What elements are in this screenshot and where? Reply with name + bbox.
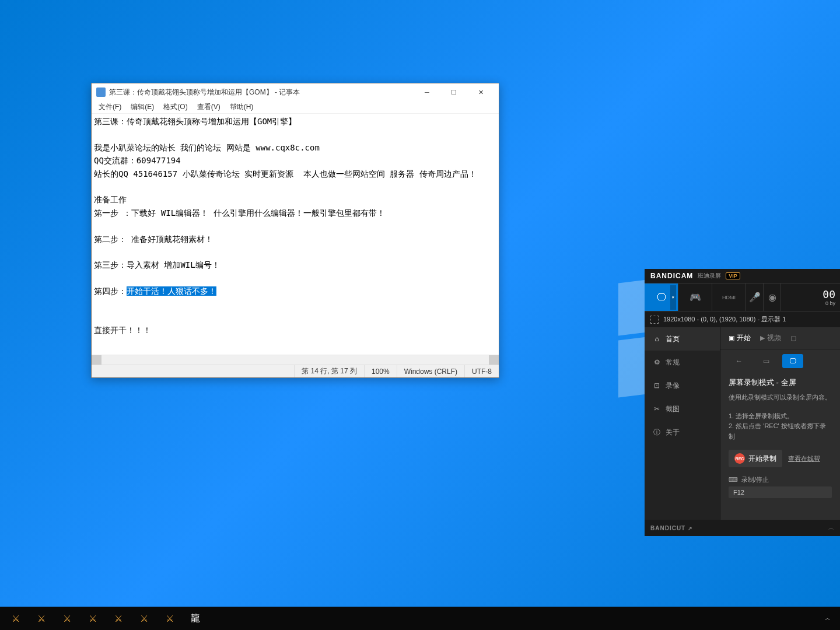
scroll-left-icon[interactable] [92, 355, 102, 365]
taskbar-item[interactable]: ⚔ [29, 609, 54, 628]
rect-mode-button[interactable]: ▭ [755, 354, 776, 368]
status-eol: Windows (CRLF) [397, 365, 464, 377]
section-description: 使用此录制模式可以录制全屏内容。 [729, 393, 832, 403]
status-zoom: 100% [364, 365, 397, 377]
step-2: 2. 然后点击 'REC' 按钮或者摁下录制 [729, 421, 832, 442]
mode-screen[interactable]: 🖵 ▾ [645, 284, 678, 311]
notepad-statusbar: 第 14 行, 第 17 列 100% Windows (CRLF) UTF-8 [92, 365, 499, 377]
sidebar-item-about[interactable]: ⓘ 关于 [645, 421, 720, 444]
horiz-scrollbar[interactable] [92, 355, 499, 365]
scissors-icon: ✂ [653, 405, 661, 413]
rec-icon: REC [734, 453, 745, 464]
taskbar: ⚔ ⚔ ⚔ ⚔ ⚔ ⚔ ⚔ 龍 ︿ [0, 607, 840, 630]
taskbar-item[interactable]: ⚔ [106, 609, 131, 628]
notepad-titlebar[interactable]: 第三课：传奇顶戴花翎头顶称号增加和运用【GOM】 - 记事本 ─ ☐ ✕ [92, 83, 499, 101]
hotkey-input[interactable]: F12 [729, 487, 832, 498]
back-button[interactable]: ← [729, 354, 750, 368]
counter-bytes: 0 by [825, 300, 835, 306]
sidebar-item-label: 首页 [666, 334, 680, 344]
status-position: 第 14 行, 第 17 列 [294, 365, 364, 377]
clapper-icon: ▣ [729, 334, 734, 342]
mode-toolbar-row: ← ▭ 🖵 [720, 349, 840, 373]
play-icon: ▶ [760, 334, 765, 342]
bandicam-content: ▣ 开始 ▶ 视频 ▢ ← ▭ 🖵 屏幕录制模式 - 全屏 使用此录制模式可以录… [720, 327, 840, 520]
chevron-up-icon[interactable]: ︿ [828, 524, 834, 532]
hdmi-icon: HDMI [722, 295, 736, 300]
mode-toolbar: 🖵 ▾ 🎮 HDMI 🎤 ◉ 00 0 by [645, 283, 840, 311]
sidebar-item-label: 录像 [666, 381, 680, 391]
capture-info-bar: 1920x1080 - (0, 0), (1920, 1080) - 显示器 1 [645, 311, 840, 327]
image-icon: ▢ [790, 334, 796, 342]
taskbar-item[interactable]: ⚔ [158, 609, 182, 628]
mode-mic[interactable]: 🎤 [746, 284, 764, 311]
hotkey-label: ⌨ 录制/停止 [729, 475, 832, 484]
webcam-icon: ◉ [768, 292, 776, 303]
taskbar-item[interactable]: ⚔ [132, 609, 156, 628]
sidebar-item-label: 关于 [666, 428, 680, 438]
rec-label: 开始录制 [748, 454, 776, 464]
capture-info: 1920x1080 - (0, 0), (1920, 1080) - 显示器 1 [663, 315, 786, 324]
notepad-title: 第三课：传奇顶戴花翎头顶称号增加和运用【GOM】 - 记事本 [109, 88, 414, 97]
bandicam-sidebar: ⌂ 首页 ⚙ 常规 ⊡ 录像 ✂ 截图 ⓘ 关于 [645, 327, 720, 520]
bandicut-link[interactable]: BANDICUT ↗ [650, 525, 693, 531]
selection-icon [650, 316, 659, 324]
notepad-icon [96, 88, 106, 97]
video-icon: ⊡ [653, 382, 661, 390]
help-link[interactable]: 查看在线帮 [788, 454, 820, 463]
bandicam-subtitle: 班迪录屏 [698, 272, 721, 280]
taskbar-item[interactable]: ⚔ [4, 609, 28, 628]
tab-label: 视频 [767, 333, 781, 343]
counter-time: 00 [822, 288, 835, 300]
vip-badge: VIP [726, 272, 740, 279]
content-tabs: ▣ 开始 ▶ 视频 ▢ [720, 327, 840, 349]
maximize-button[interactable]: ☐ [440, 83, 467, 101]
step-1: 1. 选择全屏录制模式。 [729, 411, 832, 422]
notepad-textarea[interactable]: 第三课：传奇顶戴花翎头顶称号增加和运用【GOM引擎】 我是小趴菜论坛的站长 我们… [92, 114, 499, 355]
taskbar-item[interactable]: 龍 [183, 609, 208, 628]
keyboard-icon: ⌨ [729, 476, 738, 484]
fullscreen-mode-button[interactable]: 🖵 [782, 354, 803, 368]
rec-button[interactable]: REC 开始录制 [729, 450, 782, 467]
close-button[interactable]: ✕ [467, 83, 494, 101]
sidebar-item-label: 常规 [666, 358, 680, 368]
home-icon: ⌂ [653, 335, 661, 343]
bandicam-logo: BANDICAM [650, 272, 693, 280]
scroll-right-icon[interactable] [489, 355, 499, 365]
monitor-icon: 🖵 [657, 292, 666, 303]
info-icon: ⓘ [653, 428, 661, 438]
taskbar-item[interactable]: ⚔ [80, 609, 105, 628]
tray-chevron-icon[interactable]: ︿ [819, 614, 836, 622]
notepad-menu: 文件(F) 编辑(E) 格式(O) 查看(V) 帮助(H) [92, 101, 499, 114]
tab-video[interactable]: ▶ 视频 [760, 333, 781, 343]
section-title: 屏幕录制模式 - 全屏 [729, 377, 832, 388]
sidebar-item-screenshot[interactable]: ✂ 截图 [645, 397, 720, 421]
recording-counter: 00 0 by [781, 284, 840, 311]
mode-game[interactable]: 🎮 [678, 284, 712, 311]
menu-view[interactable]: 查看(V) [192, 101, 225, 113]
tab-label: 开始 [737, 333, 751, 343]
mic-icon: 🎤 [749, 292, 761, 303]
sidebar-item-label: 截图 [666, 404, 680, 414]
tab-start[interactable]: ▣ 开始 [729, 333, 751, 343]
gamepad-icon: 🎮 [690, 292, 701, 303]
tab-image[interactable]: ▢ [790, 334, 796, 342]
minimize-button[interactable]: ─ [414, 83, 440, 101]
menu-format[interactable]: 格式(O) [159, 101, 192, 113]
mode-webcam[interactable]: ◉ [764, 284, 781, 311]
bandicam-footer: BANDICUT ↗ ︿ [645, 520, 840, 536]
taskbar-item[interactable]: ⚔ [55, 609, 79, 628]
sidebar-item-video[interactable]: ⊡ 录像 [645, 374, 720, 397]
menu-file[interactable]: 文件(F) [94, 101, 126, 113]
notepad-window: 第三课：传奇顶戴花翎头顶称号增加和运用【GOM】 - 记事本 ─ ☐ ✕ 文件(… [91, 83, 499, 378]
dropdown-icon[interactable]: ▾ [670, 285, 676, 310]
status-encoding: UTF-8 [464, 365, 499, 377]
menu-help[interactable]: 帮助(H) [225, 101, 258, 113]
mode-device[interactable]: HDMI [712, 284, 746, 311]
bandicam-window: BANDICAM 班迪录屏 VIP 🖵 ▾ 🎮 HDMI 🎤 ◉ 00 0 by… [645, 269, 840, 536]
menu-edit[interactable]: 编辑(E) [126, 101, 159, 113]
bandicam-titlebar[interactable]: BANDICAM 班迪录屏 VIP [645, 269, 840, 283]
sidebar-item-home[interactable]: ⌂ 首页 [645, 327, 720, 351]
gear-icon: ⚙ [653, 358, 661, 366]
sidebar-item-general[interactable]: ⚙ 常规 [645, 351, 720, 374]
